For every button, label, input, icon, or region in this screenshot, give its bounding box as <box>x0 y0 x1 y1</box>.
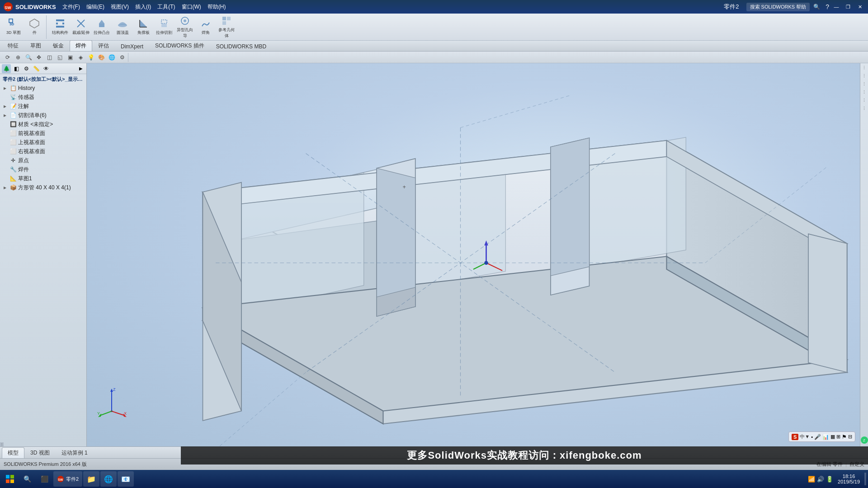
show-desktop-btn[interactable] <box>864 473 866 485</box>
hole-wizard-button[interactable]: 异型孔向导 <box>175 15 195 39</box>
view-settings-btn[interactable]: ⚙ <box>117 53 127 62</box>
svg-rect-71 <box>6 479 9 483</box>
menu-help[interactable]: 帮助(H) <box>205 2 229 12</box>
tab-dimxpert[interactable]: DimXpert <box>115 42 149 51</box>
gusset-button[interactable]: 角撑板 <box>133 15 153 39</box>
battery-icon[interactable]: 🔋 <box>826 476 833 483</box>
weld-bead-button[interactable]: 焊角 <box>196 15 216 39</box>
secondary-toolbar: ⟳ ⊕ 🔍 ✥ ◫ ◱ ▣ ◈ 💡 🎨 🌐 ⚙ <box>0 52 868 63</box>
right-plane-label: 右视基准面 <box>18 148 45 155</box>
rt-btn-4[interactable]: ⋮ <box>861 89 868 96</box>
tab-weldments[interactable]: 焊件 <box>70 40 92 51</box>
hide-show-btn[interactable]: ◈ <box>75 53 85 62</box>
help-icon[interactable]: ? <box>826 3 829 10</box>
display-style-btn[interactable]: ▣ <box>65 53 75 62</box>
tab-sw-addins[interactable]: SOLIDWORKS 插件 <box>149 40 210 51</box>
tab-sheet-metal[interactable]: 钣金 <box>47 40 70 51</box>
menu-tools[interactable]: 工具(T) <box>155 2 178 12</box>
network-icon[interactable]: 📶 <box>808 476 815 483</box>
rt-btn-3[interactable]: ⋮ <box>861 80 868 88</box>
rt-btn-6[interactable]: ⋮ <box>861 105 868 112</box>
right-toolbar: ⋮ ⋮ ⋮ ⋮ ⋮ ⋮ Z <box>860 63 868 446</box>
taskbar-other1[interactable]: 📧 <box>118 471 134 487</box>
restore-button[interactable]: ❐ <box>843 2 854 11</box>
menu-edit[interactable]: 编辑(E) <box>84 2 107 12</box>
config-manager-icon[interactable]: ⚙ <box>22 64 31 73</box>
3d-sketch-button[interactable]: 3D 3D 草图 <box>4 15 24 39</box>
tab-sketch[interactable]: 草图 <box>24 40 47 51</box>
sensors-label: 传感器 <box>18 94 34 101</box>
part-button[interactable]: 件 <box>24 15 44 39</box>
reference-geometry-button[interactable]: 参考几何体 <box>217 15 236 39</box>
panel-collapse-handle[interactable]: ⋮ <box>0 442 4 446</box>
rt-btn-2[interactable]: ⋮ <box>861 72 868 80</box>
structure-icon <box>55 18 66 29</box>
title-right: 零件2 搜索 SOLIDWORKS 帮助 🔍 ? <box>724 3 831 11</box>
task-view-btn[interactable]: ⬛ <box>36 471 52 487</box>
dome-button[interactable]: 圆顶盖 <box>113 15 132 39</box>
svg-text:3D: 3D <box>9 22 14 26</box>
tab-motion[interactable]: 运动算例 1 <box>56 447 94 458</box>
close-button[interactable]: ✕ <box>854 2 865 11</box>
svg-rect-6 <box>56 26 64 28</box>
rotate-view-btn[interactable]: ⟳ <box>3 53 13 62</box>
structure-button[interactable]: 结构构件 <box>50 15 70 39</box>
taskbar-chrome[interactable]: 🌐 <box>100 471 117 487</box>
status-version: SOLIDWORKS Premium 2016 x64 版 <box>4 461 87 468</box>
tree-item-history[interactable]: ▶ 📋 History <box>0 84 86 93</box>
feature-tree-icon[interactable]: 🌲 <box>2 64 11 73</box>
cut-button[interactable]: 拉伸切割 <box>154 15 174 39</box>
tree-item-sq-tube[interactable]: ▶ 📦 方形管 40 X 40 X 4(1) <box>0 183 86 192</box>
tree-item-origin[interactable]: ✛ 原点 <box>0 156 86 165</box>
property-manager-icon[interactable]: ◧ <box>12 64 21 73</box>
tab-model[interactable]: 模型 <box>2 447 24 458</box>
tree-item-sketch1[interactable]: 📐 草图1 <box>0 174 86 183</box>
search-taskbar-btn[interactable]: 🔍 <box>19 471 35 487</box>
menu-window[interactable]: 窗口(W) <box>179 2 204 12</box>
taskbar-solidworks[interactable]: SW 零件2 <box>53 471 82 487</box>
tree-item-annotations[interactable]: ▶ 📝 注解 <box>0 102 86 111</box>
panel-nav-arrow[interactable]: ▶ <box>77 65 85 72</box>
rt-btn-green[interactable]: Z <box>861 436 868 444</box>
menu-view[interactable]: 视图(V) <box>108 2 132 12</box>
pan-btn[interactable]: ✥ <box>34 53 44 62</box>
tree-item-top-plane[interactable]: ⬜ 上视基准面 <box>0 138 86 147</box>
menu-file[interactable]: 文件(F) <box>60 2 83 12</box>
tab-evaluate[interactable]: 评估 <box>92 40 115 51</box>
tree-item-material[interactable]: 🔲 材质 <未指定> <box>0 120 86 129</box>
zoom-to-fit-btn[interactable]: ⊕ <box>13 53 23 62</box>
scene-btn[interactable]: 🌐 <box>107 53 117 62</box>
tab-features[interactable]: 特征 <box>2 40 24 51</box>
menu-insert[interactable]: 插入(I) <box>132 2 154 12</box>
tree-item-weldment[interactable]: 🔧 焊件 <box>0 165 86 174</box>
tab-3d-view[interactable]: 3D 视图 <box>24 447 56 458</box>
rt-btn-5[interactable]: ⋮ <box>861 97 868 104</box>
taskbar-explorer[interactable]: 📁 <box>83 471 99 487</box>
search-icon[interactable]: 🔍 <box>813 4 820 10</box>
3d-viewport[interactable]: + Z X Y S 中▼ • � <box>87 63 860 446</box>
appearance-btn[interactable]: 🎨 <box>96 53 106 62</box>
view-orient-btn[interactable]: ◱ <box>55 53 65 62</box>
tree-item-right-plane[interactable]: ⬜ 右视基准面 <box>0 147 86 156</box>
lights-btn[interactable]: 💡 <box>86 53 96 62</box>
section-view-btn[interactable]: ◫ <box>44 53 54 62</box>
tree-item-cuts[interactable]: ▶ 📄 切割清单(6) <box>0 111 86 120</box>
rt-btn-1[interactable]: ⋮ <box>861 64 868 71</box>
taskbar-clock[interactable]: 18:16 2019/5/19 <box>835 474 863 484</box>
zoom-in-btn[interactable]: 🔍 <box>24 53 33 62</box>
svg-rect-21 <box>222 17 226 20</box>
tree-item-front-plane[interactable]: ⬜ 前视基准面 <box>0 129 86 138</box>
sq-tube-icon: 📦 <box>9 184 17 191</box>
extrude-button[interactable]: 拉伸凸台 <box>92 15 112 39</box>
trim-button[interactable]: 裁减/延伸 <box>71 15 91 39</box>
svg-marker-45 <box>551 138 590 276</box>
part-icon <box>29 18 40 29</box>
tree-item-sensors[interactable]: 📡 传感器 <box>0 93 86 102</box>
dimxpert-manager-icon[interactable]: 📏 <box>32 64 41 73</box>
volume-icon[interactable]: 🔊 <box>817 476 824 483</box>
tab-sw-mbd[interactable]: SOLIDWORKS MBD <box>210 42 272 51</box>
hole-wizard-icon <box>179 15 190 26</box>
start-button[interactable] <box>2 471 18 487</box>
display-manager-icon[interactable]: 👁 <box>42 64 51 73</box>
minimize-button[interactable]: — <box>831 2 842 11</box>
